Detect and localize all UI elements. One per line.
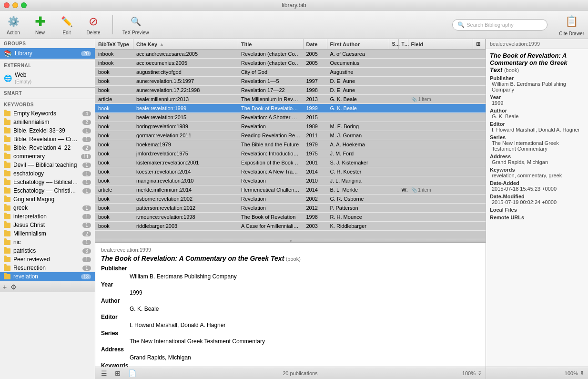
table-row[interactable]: book boring:revelation:1989 Revelation 1… <box>95 122 486 131</box>
sidebar-keyword-item[interactable]: Eschatology –– Christi… 1 <box>0 186 95 195</box>
table-row[interactable]: book r.mounce:revelation:1998 The Book o… <box>95 213 486 222</box>
th-s[interactable]: S… <box>389 39 399 49</box>
detail-field-value: The New International Greek Testament Co… <box>101 338 480 345</box>
edit-icon: ✏️ <box>59 14 74 29</box>
settings-icon[interactable]: ⚙ <box>10 283 17 291</box>
table-row[interactable]: book riddlebarger:2003 A Case for Amille… <box>95 222 486 231</box>
table-row[interactable]: book beale:revelation:2015 Revelation: A… <box>95 113 486 122</box>
sidebar-keyword-item[interactable]: amillennialism 2 <box>0 118 95 126</box>
table-row[interactable]: book mangina:revelation:2010 Revelation … <box>95 176 486 185</box>
sidebar-keyword-item[interactable]: Bible. Revelation 4–22 2 <box>0 143 95 152</box>
table-row[interactable]: inbook acc:oecumenius:2005 Revelation (c… <box>95 59 486 68</box>
search-box[interactable]: 🔍 Search Bibliography <box>452 19 547 31</box>
td-t <box>399 170 408 173</box>
th-author[interactable]: First Author <box>327 39 389 49</box>
td-date: 1997 <box>304 77 327 85</box>
td-t <box>399 179 408 182</box>
detail-field-label: Series <box>101 330 139 337</box>
table-row[interactable]: book osborne:revelation:2002 Revelation … <box>95 195 486 204</box>
td-field <box>408 206 474 209</box>
sidebar-keyword-item[interactable]: Bible. Revelation –– Cr… 1 <box>0 135 95 143</box>
table-row[interactable]: book aune:revelation.17.22:1998 Revelati… <box>95 86 486 95</box>
sidebar-keyword-item[interactable]: patristics 3 <box>0 246 95 255</box>
td-actions <box>473 61 486 64</box>
tex-preview-button[interactable]: 🔍 TeX Preview <box>122 14 149 35</box>
delete-button[interactable]: ⊘ Delete <box>84 14 103 35</box>
sidebar-keyword-item[interactable]: revelation 13 <box>0 272 95 281</box>
content-area: BibTeX Type Cite Key ▲ Title Date First … <box>95 39 486 379</box>
detail-title: The Book of Revelation: A Commentary on … <box>101 255 284 262</box>
close-button[interactable] <box>4 2 10 8</box>
sidebar-keyword-item[interactable]: Gog and Magog <box>0 195 95 204</box>
table-row[interactable]: article beale:millennium:2013 The Millen… <box>95 95 486 104</box>
keyword-folder-icon <box>4 223 10 228</box>
sidebar-keyword-item[interactable]: interpretation 1 <box>0 212 95 221</box>
detail-field-row: Publisher <box>101 265 480 272</box>
td-bibtype: book <box>95 195 133 203</box>
bottom-toolbar: ☰ ⊞ 📄 20 publications 100% ⇕ <box>95 367 486 379</box>
table-row[interactable]: book hoekema:1979 The Bible and the Futu… <box>95 140 486 149</box>
table-row[interactable]: book kistemaker:revelation:2001 Expositi… <box>95 158 486 167</box>
sidebar-keyword-item[interactable]: Jesus Christ 1 <box>0 221 95 229</box>
table-row[interactable]: inbook acc:andrewcaesarea:2005 Revelatio… <box>95 50 486 59</box>
th-t[interactable]: T… <box>399 39 408 49</box>
sidebar-keyword-item[interactable]: Eschatology –– Biblical… 1 <box>0 178 95 186</box>
preview-button[interactable]: 📄 <box>126 369 138 378</box>
cite-drawer-fields: PublisherWilliam B. Eerdmans Publishing … <box>490 75 584 220</box>
grid-view-button[interactable]: ⊞ <box>113 369 122 378</box>
table-row[interactable]: book patterson:revelation:2012 Revelatio… <box>95 204 486 213</box>
td-t: W. <box>399 185 408 194</box>
zoom-control[interactable]: 100% ⇕ <box>462 370 482 376</box>
maximize-button[interactable] <box>21 2 27 8</box>
sidebar-keyword-item[interactable]: eschatology 1 <box>0 169 95 178</box>
td-title: The Book of Revelation <box>238 213 304 221</box>
sidebar-item-library[interactable]: 📚 Library 20 <box>0 48 95 59</box>
sidebar-keyword-item[interactable]: Empty Keywords 4 <box>0 109 95 118</box>
keyword-count: 1 <box>82 266 91 271</box>
table-row[interactable]: book koester:revelation:2014 Revelation:… <box>95 167 486 176</box>
action-button[interactable]: ⚙️ Action <box>4 14 23 35</box>
table-row[interactable]: book jmford:revelation:1975 Revelation: … <box>95 149 486 158</box>
table-header: BibTeX Type Cite Key ▲ Title Date First … <box>95 39 486 50</box>
sidebar-keyword-item[interactable]: Devil –– Biblical teaching 1 <box>0 161 95 169</box>
th-bibtype[interactable]: BibTeX Type <box>95 39 133 49</box>
th-date[interactable]: Date <box>304 39 327 49</box>
detail-field-value: Grand Rapids, Michigan <box>101 354 480 361</box>
sidebar-keyword-item[interactable]: Resurrection 1 <box>0 264 95 272</box>
td-author: G. K. Beale <box>327 95 389 103</box>
table-row[interactable]: book augustine:cityofgod City of God Aug… <box>95 68 486 77</box>
td-actions <box>473 80 486 82</box>
detail-field-row: Author <box>101 297 480 304</box>
sidebar-keyword-item[interactable]: Millennialism 2 <box>0 229 95 238</box>
sidebar-keyword-item[interactable]: Bible. Ezekiel 33–39 1 <box>0 126 95 135</box>
td-citekey: beale:millennium:2013 <box>133 95 238 103</box>
table-row[interactable]: article merkle:millennium:2014 Hermeneut… <box>95 185 486 195</box>
panel-splitter[interactable] <box>95 239 486 243</box>
window-title: library.bib <box>282 2 306 9</box>
sidebar-keyword-item[interactable]: Peer reviewed 1 <box>0 255 95 264</box>
sidebar-keyword-item[interactable]: nic 1 <box>0 238 95 246</box>
sidebar-keyword-item[interactable]: commentary 11 <box>0 152 95 161</box>
td-s <box>389 116 399 119</box>
table-row[interactable]: book gorman:revelation:2011 Reading Reve… <box>95 131 486 140</box>
minimize-button[interactable] <box>12 2 18 8</box>
table-row[interactable]: book aune:revelation.1.5:1997 Revelation… <box>95 77 486 86</box>
cite-drawer-button[interactable]: 📋 Cite Drawer <box>559 13 584 36</box>
search-placeholder: Search Bibliography <box>466 22 513 28</box>
td-actions <box>473 143 486 146</box>
th-field[interactable]: Field <box>408 39 474 49</box>
th-title[interactable]: Title <box>238 39 304 49</box>
edit-button[interactable]: ✏️ Edit <box>57 14 76 35</box>
table-row[interactable]: book beale:revelation:1999 The Book of R… <box>95 104 486 113</box>
add-group-icon[interactable]: + <box>3 283 7 291</box>
list-view-button[interactable]: ☰ <box>99 369 109 378</box>
keyword-folder-icon <box>4 205 10 211</box>
th-citekey[interactable]: Cite Key ▲ <box>133 39 238 49</box>
td-s <box>389 134 399 137</box>
sidebar-keyword-item[interactable]: greek 1 <box>0 204 95 212</box>
table-area: BibTeX Type Cite Key ▲ Title Date First … <box>95 39 486 239</box>
sidebar-item-web[interactable]: 🌐 Web(Empty) <box>0 70 95 86</box>
new-button[interactable]: ✚ New <box>30 14 50 35</box>
td-field <box>408 71 474 73</box>
keyword-label: Eschatology –– Christi… <box>13 187 80 194</box>
